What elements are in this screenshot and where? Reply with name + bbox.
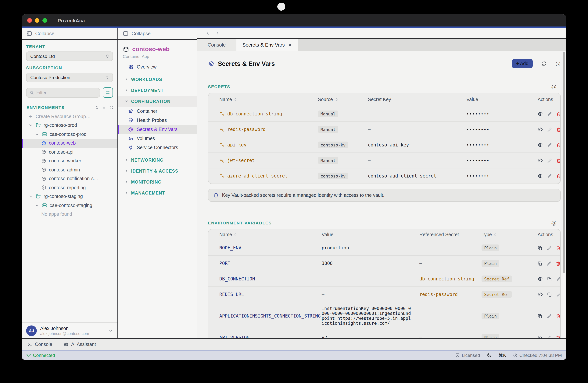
nav-item-secrets-env-vars[interactable]: Secrets & Env Vars <box>118 125 197 134</box>
app-name: contoso-web <box>132 46 169 53</box>
reveal-secret-icon[interactable] <box>538 292 543 297</box>
referenced-secret[interactable]: redis-password <box>420 292 482 297</box>
mention-icon[interactable]: @ <box>551 84 557 90</box>
sidebar2-collapse[interactable]: Collapse <box>118 28 197 40</box>
nav-section-identity[interactable]: IDENTITY & ACCESS <box>118 165 197 176</box>
column-header[interactable]: Source <box>318 97 368 102</box>
edit-icon[interactable] <box>547 335 552 338</box>
edit-icon[interactable] <box>547 158 552 163</box>
console-toggle[interactable]: Console <box>28 342 52 347</box>
delete-icon[interactable] <box>556 158 561 163</box>
tree-item-app-selected[interactable]: contoso-web <box>21 139 117 148</box>
delete-icon[interactable] <box>556 261 561 266</box>
copy-icon[interactable] <box>538 246 543 250</box>
tree-item-app[interactable]: contoso-api <box>21 148 117 156</box>
nav-item-overview[interactable]: Overview <box>118 62 197 72</box>
refresh-icon[interactable] <box>109 105 114 110</box>
nav-item-volumes[interactable]: Volumes <box>118 134 197 143</box>
close-window-button[interactable] <box>27 18 32 23</box>
filter-input[interactable]: Filter... <box>26 88 100 97</box>
reveal-secret-icon[interactable] <box>538 158 543 163</box>
subscription-select[interactable]: Contoso Production <box>26 73 113 82</box>
edit-icon[interactable] <box>547 246 552 250</box>
ai-assistant-toggle[interactable]: AI Assistant <box>64 342 96 347</box>
tab-console[interactable]: Console <box>197 38 236 51</box>
reveal-secret-icon[interactable] <box>538 142 543 148</box>
search-icon <box>30 90 34 95</box>
delete-icon[interactable] <box>556 112 561 116</box>
copy-icon[interactable] <box>538 335 543 338</box>
command-shortcut[interactable]: ⌘K <box>499 353 506 358</box>
reveal-secret-icon[interactable] <box>538 127 543 132</box>
tree-item-app[interactable]: contoso-worker <box>21 156 117 165</box>
edit-icon[interactable] <box>547 173 552 178</box>
refresh-icon[interactable] <box>541 61 547 66</box>
delete-icon[interactable] <box>556 127 561 132</box>
history-back-button[interactable] <box>205 30 210 35</box>
chevron-down-icon <box>35 203 39 208</box>
nav-section-networking[interactable]: NETWORKING <box>118 154 197 165</box>
robot-icon <box>64 342 69 347</box>
nav-section-configuration[interactable]: CONFIGURATION <box>118 96 197 107</box>
avatar: AJ <box>26 325 37 336</box>
container-app-icon <box>41 176 46 181</box>
edit-icon[interactable] <box>547 112 552 116</box>
delete-icon[interactable] <box>556 173 561 178</box>
nav-section-workloads[interactable]: WORKLOADS <box>118 74 197 85</box>
nav-section-monitoring[interactable]: MONITORING <box>118 176 197 187</box>
tree-item-environment[interactable]: cae-contoso-prod <box>21 130 117 139</box>
column-header[interactable]: Name <box>219 232 322 237</box>
tree-item-app[interactable]: contoso-notification-s… <box>21 174 117 183</box>
filter-options-button[interactable] <box>103 87 113 98</box>
copy-icon[interactable] <box>547 276 552 281</box>
copy-icon[interactable] <box>538 261 543 266</box>
copy-icon[interactable] <box>547 292 552 297</box>
nav-item-health-probes[interactable]: Health Probes <box>118 116 197 125</box>
copy-icon[interactable] <box>538 314 543 319</box>
column-header[interactable]: Type <box>482 232 538 237</box>
mention-icon[interactable]: @ <box>551 220 557 226</box>
column-header[interactable]: Name <box>219 97 318 102</box>
edit-icon[interactable] <box>556 292 561 297</box>
tenant-select[interactable]: Contoso Ltd <box>26 52 113 61</box>
reveal-secret-icon[interactable] <box>538 173 543 179</box>
add-button[interactable]: + Add <box>512 59 533 68</box>
delete-icon[interactable] <box>556 314 561 319</box>
nav-section-management[interactable]: MANAGEMENT <box>118 187 197 198</box>
user-menu[interactable]: AJ Alex Johnson alex.johnson@contoso.com <box>21 323 117 338</box>
delete-icon[interactable] <box>556 246 561 250</box>
theme-toggle[interactable] <box>487 353 492 358</box>
delete-icon[interactable] <box>556 142 561 147</box>
tree-item-app[interactable]: contoso-reporting <box>21 183 117 192</box>
nav-section-deployment[interactable]: DEPLOYMENT <box>118 85 197 96</box>
sidebar1-collapse[interactable]: Collapse <box>21 28 117 40</box>
secrets-table: Name Source Secret Key Value Actions db-… <box>208 93 561 184</box>
license-status: Licensed <box>455 353 480 358</box>
referenced-secret[interactable]: db-connection-string <box>420 276 482 282</box>
reveal-secret-icon[interactable] <box>538 111 543 116</box>
tree-item-resource-group[interactable]: rg-contoso-prod <box>21 121 117 130</box>
chevron-right-icon <box>124 88 128 92</box>
tree-item-environment[interactable]: cae-contoso-staging <box>21 201 117 210</box>
mention-icon[interactable]: @ <box>555 60 561 67</box>
tree-item-app[interactable]: contoso-admin <box>21 165 117 174</box>
tree-item-resource-group[interactable]: rg-contoso-staging <box>21 192 117 201</box>
create-resource-group-button[interactable]: Create Resource Group… <box>21 112 117 121</box>
tab-secrets-env-vars[interactable]: Secrets & Env Vars <box>236 38 298 51</box>
edit-icon[interactable] <box>547 127 552 132</box>
nav-item-service-connectors[interactable]: Service Connectors <box>118 143 197 152</box>
close-tab-icon[interactable] <box>288 43 292 47</box>
edit-icon[interactable] <box>556 276 561 281</box>
expand-all-icon[interactable] <box>95 105 99 110</box>
reveal-secret-icon[interactable] <box>538 276 543 282</box>
edit-icon[interactable] <box>547 142 552 147</box>
zoom-window-button[interactable] <box>42 18 47 23</box>
minimize-window-button[interactable] <box>35 18 39 23</box>
edit-icon[interactable] <box>547 314 552 319</box>
vertical-scrollbar[interactable] <box>563 52 565 273</box>
nav-item-container[interactable]: Container <box>118 107 197 116</box>
collapse-all-icon[interactable] <box>102 105 106 110</box>
edit-icon[interactable] <box>547 261 552 266</box>
history-forward-button[interactable] <box>215 30 220 35</box>
delete-icon[interactable] <box>556 335 561 338</box>
